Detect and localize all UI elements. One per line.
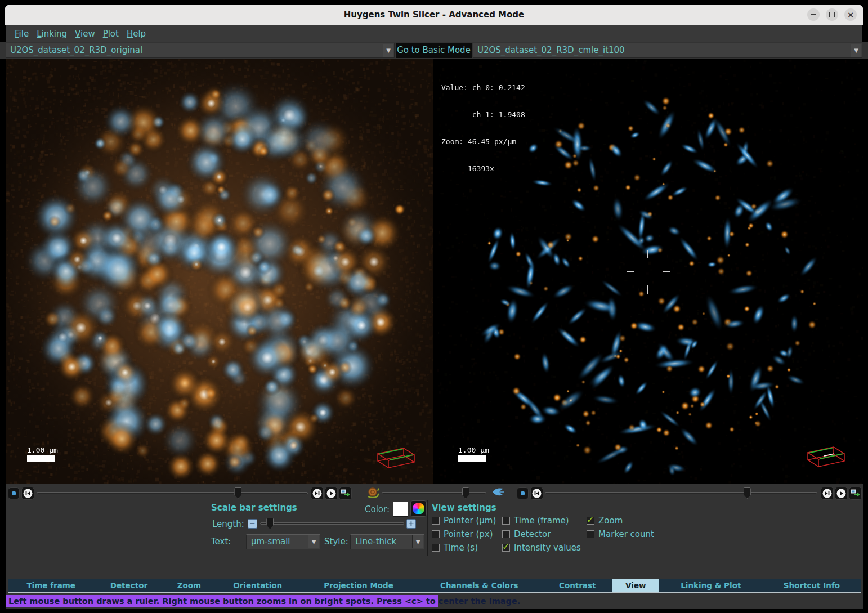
length-decrease-button[interactable]: − xyxy=(248,519,257,529)
unchecked-checkbox-icon[interactable] xyxy=(502,517,510,525)
left-dataset-value: U2OS_dataset_02_R3D_original xyxy=(10,45,142,55)
tab-view[interactable]: View xyxy=(612,579,659,592)
right-frame-indicator-button[interactable] xyxy=(517,487,529,499)
crosshair-top-tick xyxy=(647,250,648,258)
checkbox-pointer-px[interactable]: Pointer (px) xyxy=(432,528,502,540)
checkbox-marker-count[interactable]: Marker count xyxy=(587,528,654,540)
left-skip-to-end-button[interactable] xyxy=(311,487,324,500)
left-slice-slider[interactable] xyxy=(37,492,308,494)
checkbox-pointer-m[interactable]: Pointer (µm) xyxy=(432,514,502,526)
title-bar: Huygens Twin Slicer - Advanced Mode × xyxy=(5,5,863,25)
menu-view[interactable]: View xyxy=(75,29,95,39)
original-image-panel[interactable]: 1.00 µm xyxy=(6,59,433,484)
checked-checkbox-icon[interactable] xyxy=(587,517,594,525)
left-skip-to-start-button[interactable] xyxy=(21,487,34,500)
unchecked-checkbox-icon[interactable] xyxy=(432,530,440,538)
unchecked-checkbox-icon[interactable] xyxy=(432,544,440,552)
intensity-zoom-overlay: Value: ch 0: 0.2142 ch 1: 1.9408 Zoom: 4… xyxy=(441,65,525,191)
left-dataset-select[interactable]: U2OS_dataset_02_R3D_original ▼ xyxy=(6,43,395,58)
checkbox-label: Zoom xyxy=(598,516,623,526)
export-movie-icon xyxy=(850,488,861,499)
deconvolved-image-panel[interactable]: Value: ch 0: 0.2142 ch 1: 1.9408 Zoom: 4… xyxy=(437,59,863,484)
tab-projection-mode[interactable]: Projection Mode xyxy=(301,579,416,592)
status-bar: Left mouse button draws a ruler. Right m… xyxy=(6,595,438,607)
tab-contrast[interactable]: Contrast xyxy=(543,579,612,592)
scale-style-value: Line-thick xyxy=(355,536,396,547)
original-microscopy-image[interactable] xyxy=(6,59,433,484)
minimize-icon xyxy=(811,14,816,15)
frame-dot-icon xyxy=(12,491,16,495)
menu-plot[interactable]: Plot xyxy=(103,29,119,39)
right-export-movie-button[interactable] xyxy=(849,487,862,500)
play-icon xyxy=(326,489,336,498)
menu-bar: FileLinkingViewPlotHelp xyxy=(6,25,862,42)
unchecked-checkbox-icon[interactable] xyxy=(502,530,510,538)
right-skip-to-start-button[interactable] xyxy=(530,487,543,500)
tab-channels-colors[interactable]: Channels & Colors xyxy=(416,579,543,592)
length-slider[interactable] xyxy=(260,522,404,525)
orientation-box-icon xyxy=(803,442,848,468)
dropdown-arrow-icon[interactable]: ▼ xyxy=(412,535,423,548)
animation-speed-slider[interactable] xyxy=(382,492,486,494)
scale-style-select[interactable]: Line-thick ▼ xyxy=(350,534,424,549)
checkbox-intensity-values[interactable]: Intensity values xyxy=(502,542,587,553)
menu-linking[interactable]: Linking xyxy=(37,29,67,39)
color-label: Color: xyxy=(365,504,390,514)
right-dataset-select[interactable]: U2OS_dataset_02_R3D_cmle_it100 ▼ xyxy=(473,43,862,58)
left-play-button[interactable] xyxy=(325,487,338,500)
checkbox-zoom[interactable]: Zoom xyxy=(587,514,654,526)
left-export-movie-button[interactable] xyxy=(339,487,352,500)
scale-bar: 1.00 µm xyxy=(27,446,58,462)
skip-to-end-icon xyxy=(312,489,322,498)
scale-bar-label: 1.00 µm xyxy=(458,446,489,454)
checkbox-label: Pointer (px) xyxy=(444,529,493,539)
tab-time-frame[interactable]: Time frame xyxy=(8,579,93,592)
unchecked-checkbox-icon[interactable] xyxy=(587,530,594,538)
tab-detector[interactable]: Detector xyxy=(93,579,164,592)
length-slider-thumb[interactable] xyxy=(266,518,274,529)
dropdown-arrow-icon[interactable]: ▼ xyxy=(383,44,393,57)
right-skip-to-end-button[interactable] xyxy=(821,487,834,500)
checkbox-label: Time (s) xyxy=(444,543,478,553)
tab-linking-plot[interactable]: Linking & Plot xyxy=(659,579,763,592)
checkbox-time-s[interactable]: Time (s) xyxy=(432,542,502,553)
speed-slider-thumb[interactable] xyxy=(462,487,469,499)
right-slice-slider-thumb[interactable] xyxy=(744,487,751,499)
skip-to-start-icon xyxy=(23,489,33,498)
play-icon xyxy=(836,489,846,498)
style-label: Style: xyxy=(324,536,348,547)
menu-file[interactable]: File xyxy=(15,29,29,39)
tab-orientation[interactable]: Orientation xyxy=(214,579,301,592)
checkbox-time-frame[interactable]: Time (frame) xyxy=(502,514,587,526)
scale-bar-color-swatch[interactable] xyxy=(393,502,408,517)
window-title: Huygens Twin Slicer - Advanced Mode xyxy=(5,5,863,25)
dropdown-arrow-icon[interactable]: ▼ xyxy=(308,535,319,548)
unchecked-checkbox-icon[interactable] xyxy=(432,517,440,525)
control-panel: Scale bar settings Color: Length: − + Te… xyxy=(6,484,863,609)
minimize-button[interactable] xyxy=(807,8,820,21)
right-slice-slider[interactable] xyxy=(545,492,817,494)
export-movie-icon xyxy=(340,488,351,499)
maximize-button[interactable] xyxy=(826,8,838,21)
checkbox-detector[interactable]: Detector xyxy=(502,528,587,540)
left-frame-indicator-button[interactable] xyxy=(8,487,20,499)
tab-shortcut-info[interactable]: Shortcut Info xyxy=(763,579,861,592)
left-slice-slider-thumb[interactable] xyxy=(234,487,241,499)
scale-text-select[interactable]: µm-small ▼ xyxy=(246,534,320,549)
view-settings-column: Time (frame)DetectorIntensity values xyxy=(502,514,587,553)
scale-text-value: µm-small xyxy=(251,536,290,547)
checked-checkbox-icon[interactable] xyxy=(502,544,510,552)
go-to-basic-mode-button[interactable]: Go to Basic Mode xyxy=(396,43,472,58)
right-play-button[interactable] xyxy=(835,487,848,500)
length-increase-button[interactable]: + xyxy=(406,519,416,529)
color-picker-button[interactable] xyxy=(410,500,427,517)
slow-speed-icon xyxy=(367,487,380,500)
settings-divider xyxy=(427,500,428,556)
tab-zoom[interactable]: Zoom xyxy=(164,579,214,592)
checkbox-label: Pointer (µm) xyxy=(444,516,496,526)
view-settings-column: ZoomMarker count xyxy=(587,514,654,553)
skip-to-end-icon xyxy=(822,489,832,498)
dropdown-arrow-icon[interactable]: ▼ xyxy=(851,44,861,57)
close-button[interactable]: × xyxy=(844,8,857,21)
menu-help[interactable]: Help xyxy=(127,29,146,39)
